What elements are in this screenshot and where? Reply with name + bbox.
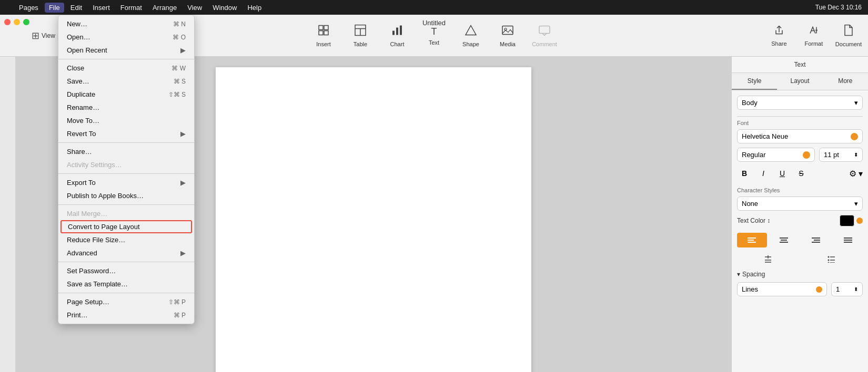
spacing-stepper[interactable]: ⬍	[854, 286, 858, 292]
close-button[interactable]	[4, 19, 11, 25]
menubar-edit[interactable]: Edit	[66, 3, 86, 13]
view-toggle[interactable]: ⊞	[32, 30, 39, 42]
menu-save-label: Save…	[67, 77, 89, 85]
strikethrough-button[interactable]: S	[794, 166, 809, 181]
menu-duplicate[interactable]: Duplicate ⇧⌘ S	[58, 88, 194, 101]
file-menu-dropdown: New… ⌘ N Open… ⌘ O Open Recent ▶ Close ⌘…	[58, 15, 195, 324]
separator-5	[58, 262, 194, 262]
spacing-value-input[interactable]: 1 ⬍	[831, 282, 863, 296]
text-color-control[interactable]	[840, 215, 863, 226]
menu-share[interactable]: Share…	[58, 145, 194, 158]
table-button[interactable]: Table	[347, 24, 374, 47]
document-panel-button[interactable]: Document	[835, 24, 862, 47]
align-left-button[interactable]	[737, 233, 767, 247]
font-family-dropdown[interactable]: Helvetica Neue	[737, 129, 863, 143]
menu-convert-label: Convert to Page Layout	[68, 223, 140, 231]
comment-button[interactable]: Comment	[531, 24, 558, 47]
char-styles-dropdown[interactable]: None ▾	[737, 197, 863, 211]
menu-convert[interactable]: Convert to Page Layout	[60, 220, 192, 233]
menu-share-label: Share…	[67, 148, 92, 156]
menu-set-password[interactable]: Set Password…	[58, 264, 194, 277]
shape-button[interactable]: Shape	[458, 24, 484, 47]
text-color-swatch[interactable]	[840, 215, 854, 226]
comment-icon	[539, 24, 550, 38]
text-button[interactable]: T Text	[421, 26, 447, 45]
menubar-view[interactable]: View	[183, 3, 206, 13]
revert-arrow: ▶	[180, 130, 186, 138]
chart-icon	[391, 24, 403, 38]
char-styles-label: Character Styles	[737, 187, 863, 193]
font-style-value: Regular	[742, 151, 766, 159]
menubar-insert[interactable]: Insert	[88, 3, 114, 13]
font-size-stepper[interactable]: ⬍	[854, 152, 858, 158]
chevron-down-icon-2: ▾	[859, 169, 863, 179]
menubar: Pages File Edit Insert Format Arrange Vi…	[0, 0, 868, 15]
svg-rect-7	[392, 30, 395, 35]
tab-more[interactable]: More	[823, 73, 868, 90]
menu-rename[interactable]: Rename…	[58, 101, 194, 114]
font-style-size-row: Regular 11 pt ⬍	[737, 148, 863, 162]
format-icon	[809, 25, 819, 38]
underline-button[interactable]: U	[775, 166, 790, 181]
menu-print[interactable]: Print… ⌘ P	[58, 308, 194, 322]
document-page[interactable]	[216, 67, 531, 372]
font-size-input[interactable]: 11 pt ⬍	[819, 148, 863, 162]
menu-close-shortcut: ⌘ W	[171, 65, 186, 72]
menu-publish[interactable]: Publish to Apple Books…	[58, 189, 194, 202]
menu-open-recent[interactable]: Open Recent ▶	[58, 44, 194, 57]
menubar-arrange[interactable]: Arrange	[148, 3, 181, 13]
menu-reduce[interactable]: Reduce File Size…	[58, 233, 194, 246]
char-styles-value: None	[742, 200, 758, 208]
char-styles-section: Character Styles None ▾	[737, 187, 863, 211]
align-right-button[interactable]	[801, 233, 831, 247]
menubar-time: Tue Dec 3 10:16	[815, 4, 862, 11]
menu-open[interactable]: Open… ⌘ O	[58, 30, 194, 44]
menubar-format[interactable]: Format	[116, 3, 146, 13]
menu-close[interactable]: Close ⌘ W	[58, 61, 194, 75]
menubar-pages[interactable]: Pages	[15, 3, 43, 13]
menu-revert-to[interactable]: Revert To ▶	[58, 127, 194, 140]
insert-button[interactable]: Insert	[310, 24, 337, 47]
menu-save-shortcut: ⌘ S	[174, 78, 186, 85]
menu-open-label: Open…	[67, 33, 90, 41]
menu-move-to[interactable]: Move To…	[58, 114, 194, 127]
format-panel-button[interactable]: Format	[801, 25, 827, 46]
menubar-file[interactable]: File	[45, 3, 64, 13]
paragraph-style-dropdown[interactable]: Body ▾	[737, 96, 863, 110]
svg-point-37	[828, 262, 830, 263]
maximize-button[interactable]	[23, 19, 29, 25]
menu-page-setup[interactable]: Page Setup… ⇧⌘ P	[58, 295, 194, 308]
menu-export-to[interactable]: Export To ▶	[58, 176, 194, 189]
tab-layout[interactable]: Layout	[777, 73, 822, 90]
export-arrow: ▶	[180, 179, 186, 187]
menu-open-recent-label: Open Recent	[67, 46, 107, 54]
view-label[interactable]: View	[42, 32, 55, 39]
add-column-button[interactable]	[737, 252, 799, 266]
menu-new[interactable]: New… ⌘ N	[58, 17, 194, 30]
spacing-header[interactable]: ▾ Spacing	[737, 271, 863, 278]
align-center-button[interactable]	[769, 233, 799, 247]
share-button[interactable]: Share	[766, 25, 792, 46]
media-button[interactable]: Media	[494, 24, 521, 47]
text-color-label: Text Color ↕	[737, 217, 770, 224]
menu-mail-merge-label: Mail Merge…	[67, 210, 107, 218]
tab-style[interactable]: Style	[732, 73, 777, 90]
chart-button[interactable]: Chart	[384, 24, 410, 47]
menubar-window[interactable]: Window	[208, 3, 241, 13]
menu-save[interactable]: Save… ⌘ S	[58, 75, 194, 88]
spacing-lines-dropdown[interactable]: Lines	[737, 282, 827, 296]
menu-save-as-template[interactable]: Save as Template…	[58, 277, 194, 291]
align-justify-button[interactable]	[833, 233, 863, 247]
font-style-dropdown[interactable]: Regular	[737, 148, 815, 162]
italic-button[interactable]: I	[756, 166, 771, 181]
list-style-button[interactable]	[801, 252, 863, 266]
menu-export-label: Export To	[67, 179, 96, 187]
menubar-help[interactable]: Help	[243, 3, 266, 13]
bold-button[interactable]: B	[737, 166, 752, 181]
menu-advanced[interactable]: Advanced ▶	[58, 246, 194, 260]
traffic-lights	[4, 19, 29, 25]
minimize-button[interactable]	[14, 19, 20, 25]
text-options-dropdown[interactable]: ⚙ ▾	[849, 169, 863, 179]
menu-save-template-label: Save as Template…	[67, 280, 128, 288]
text-color-section: Text Color ↕	[737, 215, 863, 226]
